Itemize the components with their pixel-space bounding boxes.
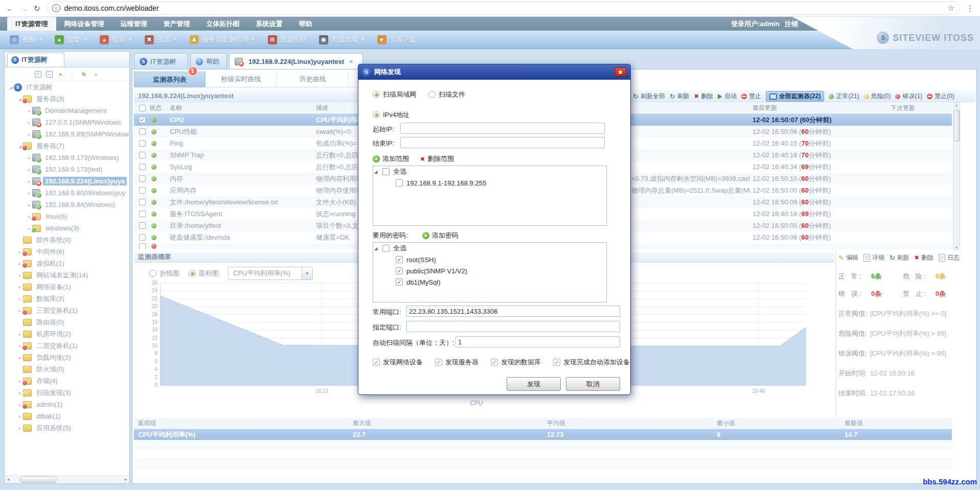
tree-item[interactable]: 邮件系统(0) bbox=[5, 234, 129, 246]
item-checkbox[interactable] bbox=[382, 168, 390, 175]
discover-option-0[interactable]: ✓发现网络设备 bbox=[373, 358, 423, 367]
tree-item[interactable]: ▸二层交换机(1) bbox=[5, 340, 129, 352]
summary-action-3[interactable]: ✖删除 bbox=[915, 253, 933, 262]
url-text[interactable]: demo.itoss.com.cn/webloader bbox=[64, 4, 159, 12]
search-icon[interactable]: ◌ bbox=[69, 71, 76, 78]
scan-interval-input[interactable] bbox=[455, 336, 620, 347]
tree-item[interactable]: 防火墙(0) bbox=[5, 363, 129, 375]
locate-icon[interactable]: ➤ bbox=[57, 71, 64, 78]
list-item[interactable]: 192.168.9.1-192.168.9.255 bbox=[373, 177, 606, 189]
tree-expander-icon[interactable]: ◢ bbox=[8, 85, 14, 90]
radio-icon[interactable] bbox=[373, 91, 380, 98]
row-checkbox[interactable] bbox=[139, 164, 146, 170]
tree-item[interactable]: ▸中间件(6) bbox=[5, 246, 129, 258]
discover-option-1[interactable]: ✓发现服务器 bbox=[435, 358, 478, 367]
tab-resource-tree[interactable]: SIT资源树 bbox=[134, 53, 188, 69]
option-checkbox[interactable]: ✓ bbox=[553, 359, 560, 366]
row-checkbox[interactable] bbox=[139, 187, 146, 194]
chart-type-radio-0[interactable]: 折线图 bbox=[149, 269, 179, 278]
discover-option-3[interactable]: ✓发现完成自动添加设备 bbox=[553, 358, 630, 367]
toolbar-item-3[interactable]: ✖设置▼ bbox=[139, 34, 183, 46]
tree-expander-icon[interactable]: ▸ bbox=[17, 332, 23, 337]
action-4[interactable]: 禁止 bbox=[741, 92, 761, 101]
toolbar-item-2[interactable]: ◕报表▼ bbox=[94, 34, 138, 46]
scroll-left-icon[interactable]: ◄ bbox=[5, 477, 12, 482]
action-1[interactable]: ↻刷新 bbox=[670, 92, 690, 101]
delete-range-button[interactable]: ✖删除范围 bbox=[420, 154, 454, 164]
tree-expander-icon[interactable]: ▸ bbox=[17, 426, 23, 431]
row-checkbox[interactable] bbox=[139, 152, 146, 158]
summary-table-row[interactable]: CPU平均利用率(%)22.712.73914.7 bbox=[134, 429, 952, 440]
toolbar-item-7[interactable]: ▼安装下载 bbox=[372, 34, 422, 46]
option-checkbox[interactable]: ✓ bbox=[435, 359, 442, 366]
expand-all-icon[interactable]: + bbox=[35, 71, 41, 78]
tree-item[interactable]: ▸数据库(3) bbox=[5, 293, 129, 305]
dialog-titlebar[interactable]: S 网络发现 ✖ bbox=[358, 64, 630, 80]
option-checkbox[interactable]: ✓ bbox=[373, 359, 380, 366]
row-checkbox[interactable] bbox=[139, 128, 146, 135]
toolbar-item-5[interactable]: ⊞资源拓扑 bbox=[262, 34, 312, 46]
tree-expander-icon[interactable]: ◢ bbox=[374, 170, 379, 174]
tree-item[interactable]: ◢服务器(7) bbox=[5, 140, 129, 152]
list-item[interactable]: ✓db1(MySql) bbox=[373, 276, 606, 288]
table-vertical-scrollbar[interactable]: ▲ ▼ bbox=[953, 102, 960, 250]
option-checkbox[interactable]: ✓ bbox=[491, 359, 498, 366]
tree-item[interactable]: 路由器(0) bbox=[5, 316, 129, 328]
menu-item-5[interactable]: 系统设置 bbox=[248, 17, 291, 31]
summary-action-2[interactable]: ↻刷新 bbox=[890, 253, 909, 262]
tree-item[interactable]: ▸✖192.168.9.224(Linux)yuya bbox=[5, 175, 129, 187]
row-checkbox[interactable] bbox=[139, 199, 146, 205]
tree-expander-icon[interactable]: ▸ bbox=[26, 202, 32, 207]
refresh-icon[interactable]: ↻ bbox=[81, 71, 88, 78]
reload-icon[interactable]: ↻ bbox=[34, 5, 40, 12]
item-checkbox[interactable]: ✓ bbox=[396, 278, 403, 286]
menu-item-6[interactable]: 帮助 bbox=[291, 17, 321, 31]
select-all-checkbox[interactable] bbox=[139, 105, 146, 111]
list-item[interactable]: ✓root(SSH) bbox=[373, 254, 606, 265]
filter-0[interactable]: 全部监测器(22) bbox=[766, 91, 824, 102]
tree-item[interactable]: ▸存储(4) bbox=[5, 375, 129, 387]
summary-action-0[interactable]: ✎编辑 bbox=[838, 253, 858, 262]
metric-select[interactable]: CPU平均利用率(%)▼ bbox=[228, 267, 313, 280]
chart-type-radio-1[interactable]: 面积图 bbox=[189, 269, 219, 278]
row-checkbox[interactable] bbox=[139, 222, 146, 229]
tree-expander-icon[interactable]: ▸ bbox=[26, 167, 32, 172]
start-ip-input[interactable] bbox=[400, 123, 605, 134]
tree-expander-icon[interactable]: ▸ bbox=[26, 191, 32, 196]
discover-button[interactable]: 发现 bbox=[507, 377, 561, 391]
row-checkbox[interactable] bbox=[139, 234, 146, 241]
scrollbar-thumb[interactable] bbox=[20, 476, 57, 483]
bookmark-star-icon[interactable]: ☆ bbox=[948, 4, 954, 13]
row-checkbox[interactable]: ✓ bbox=[139, 116, 146, 123]
tree-item[interactable]: ▸负载均衡(2) bbox=[5, 352, 129, 363]
tree-expander-icon[interactable]: ▸ bbox=[26, 155, 32, 160]
action-0[interactable]: ↻刷新全部 bbox=[633, 92, 665, 101]
tree-expander-icon[interactable]: ▸ bbox=[26, 132, 32, 137]
tree-item[interactable]: ◢SIT资源树 bbox=[5, 81, 129, 93]
tree-expander-icon[interactable]: ▸ bbox=[26, 108, 32, 113]
common-ports-input[interactable] bbox=[406, 306, 620, 317]
item-checkbox[interactable] bbox=[396, 179, 403, 186]
tree-item[interactable]: ▸linux(6) bbox=[5, 211, 129, 222]
tree-item[interactable]: ◢服务器(3) bbox=[5, 93, 129, 105]
chevron-down-icon[interactable]: ▼ bbox=[302, 267, 312, 279]
close-icon[interactable]: ✖ bbox=[614, 67, 626, 77]
tree-item[interactable]: ▸三层交换机(1) bbox=[5, 305, 129, 316]
toolbar-item-0[interactable]: ◎视图▼ bbox=[4, 34, 48, 46]
menu-item-4[interactable]: 立体拓扑图 bbox=[198, 17, 248, 31]
end-ip-input[interactable] bbox=[400, 137, 605, 148]
radio-icon[interactable] bbox=[189, 270, 196, 277]
filter-2[interactable]: 危险(0) bbox=[864, 92, 891, 101]
menu-item-3[interactable]: 资产管理 bbox=[155, 17, 198, 31]
menu-item-2[interactable]: 运维管理 bbox=[112, 17, 155, 31]
tree-item[interactable]: ▸应用系统(5) bbox=[5, 422, 129, 434]
item-checkbox[interactable] bbox=[382, 245, 390, 252]
collapse-all-icon[interactable]: − bbox=[46, 71, 53, 78]
sidebar-tab-resource-tree[interactable]: S IT资源树 bbox=[7, 53, 64, 66]
scan-mode-radio-1[interactable]: 扫描文件 bbox=[428, 90, 465, 99]
tree-expander-icon[interactable]: ▸ bbox=[17, 273, 23, 278]
filter-3[interactable]: 错误(1) bbox=[895, 92, 922, 101]
cancel-button[interactable]: 取消 bbox=[566, 377, 620, 391]
tree-expander-icon[interactable]: ▸ bbox=[26, 179, 32, 184]
menu-item-0[interactable]: IT资源管理 bbox=[7, 17, 56, 31]
